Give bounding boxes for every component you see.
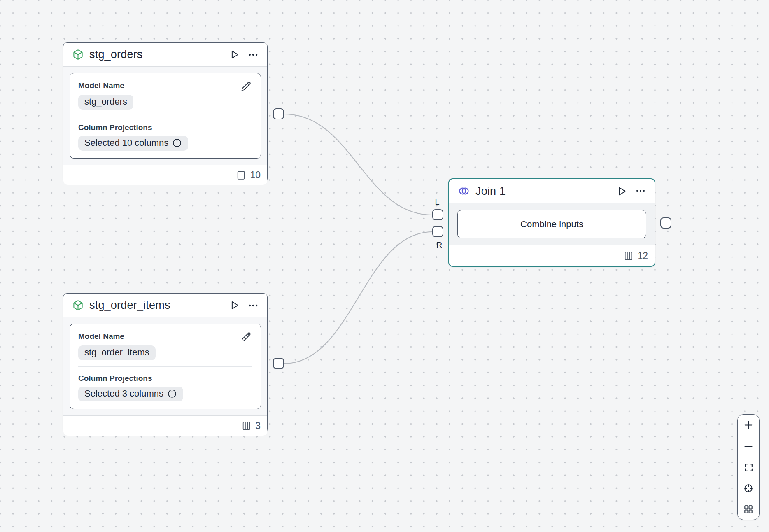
join-right-port-label: R [436, 240, 442, 250]
model-name-label: Model Name [78, 79, 124, 92]
column-projections-pill[interactable]: Selected 10 columns [78, 136, 188, 151]
card-divider [78, 366, 252, 367]
columns-count-icon [241, 421, 252, 431]
zoom-in-icon[interactable] [738, 415, 759, 436]
model-name-label: Model Name [78, 330, 124, 343]
node-body: Model Name stg_orders Column Projections… [63, 67, 267, 165]
node-stg-orders[interactable]: stg_orders Model Name stg_orders [63, 42, 268, 182]
node-stg-order-items[interactable]: stg_order_items Model Name stg_order_ite [63, 293, 268, 433]
model-cube-icon [72, 300, 84, 311]
node-title: stg_orders [89, 48, 143, 61]
node-header: stg_orders [63, 43, 267, 67]
column-count: 3 [255, 420, 261, 432]
column-count: 10 [250, 170, 261, 181]
node-menu-ellipsis-icon[interactable] [247, 48, 260, 61]
node-title: Join 1 [475, 185, 506, 198]
column-projections-label: Column Projections [78, 372, 252, 385]
join-right-input-port[interactable] [432, 226, 443, 237]
flow-canvas[interactable]: stg_orders Model Name stg_orders [0, 0, 769, 532]
node-join-1[interactable]: Join 1 Combine inputs 12 [448, 178, 655, 267]
node-body: Model Name stg_order_items Column Projec… [63, 317, 267, 415]
model-cube-icon [72, 49, 84, 60]
info-icon [167, 389, 177, 399]
run-node-button[interactable] [615, 184, 628, 198]
canvas-controls-panel [737, 414, 760, 520]
node-footer: 10 [63, 165, 267, 185]
card-divider [78, 116, 252, 116]
node-header: Join 1 [449, 179, 655, 203]
locate-crosshair-icon[interactable] [738, 478, 759, 499]
node-footer: 3 [63, 415, 267, 436]
column-projections-pill[interactable]: Selected 3 columns [78, 387, 183, 401]
join-left-port-label: L [435, 197, 439, 207]
node-menu-ellipsis-icon[interactable] [247, 299, 260, 312]
output-port-stg-orders[interactable] [273, 108, 284, 119]
run-node-button[interactable] [228, 48, 241, 61]
node-body: Combine inputs [449, 203, 655, 245]
fit-view-icon[interactable] [738, 457, 759, 478]
columns-count-icon [623, 251, 634, 261]
node-title: stg_order_items [89, 299, 170, 312]
join-left-input-port[interactable] [432, 209, 443, 220]
join-icon [458, 185, 470, 197]
edge-stg-order-items-to-join-right[interactable] [284, 232, 432, 364]
output-port-stg-order-items[interactable] [273, 358, 284, 369]
node-footer: 12 [449, 245, 655, 266]
zoom-out-icon[interactable] [738, 436, 759, 457]
edge-stg-orders-to-join-left[interactable] [284, 114, 432, 215]
node-header: stg_order_items [63, 294, 267, 317]
edit-pencil-icon[interactable] [239, 79, 252, 93]
grid-view-icon[interactable] [738, 499, 759, 520]
output-port-join[interactable] [660, 217, 671, 229]
edit-pencil-icon[interactable] [239, 330, 252, 343]
model-name-value-pill: stg_order_items [78, 345, 156, 360]
column-count: 12 [637, 250, 648, 261]
info-icon [172, 138, 182, 148]
column-projections-label: Column Projections [78, 121, 252, 134]
columns-count-icon [236, 170, 246, 180]
node-menu-ellipsis-icon[interactable] [634, 184, 647, 198]
model-config-card: Model Name stg_order_items Column Projec… [70, 324, 261, 409]
model-name-value-pill: stg_orders [78, 95, 133, 110]
model-config-card: Model Name stg_orders Column Projections… [70, 73, 261, 159]
run-node-button[interactable] [228, 299, 241, 312]
combine-inputs-button[interactable]: Combine inputs [457, 210, 646, 238]
